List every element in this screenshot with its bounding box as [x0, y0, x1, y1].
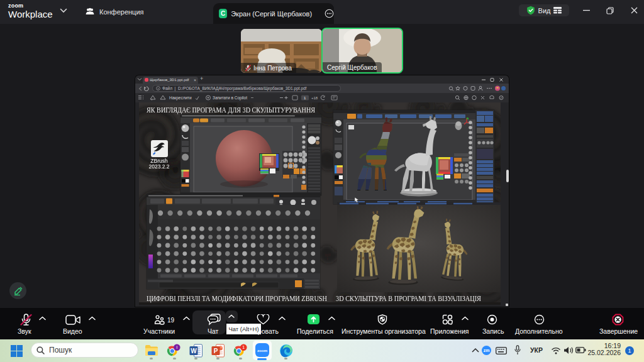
svg-text:ЦИФРОВІ ПЕНЗЛІ ТА МОДИФІКАТОРИ: ЦИФРОВІ ПЕНЗЛІ ТА МОДИФІКАТОРИ ПРОГРАМИ …	[147, 294, 327, 303]
svg-text:+18: +18	[311, 96, 318, 100]
svg-text:3D СКУЛЬПТУРА В ПРОГРАМІ ТА ВІ: 3D СКУЛЬПТУРА В ПРОГРАМІ ТА ВІЗУАЛІЗАЦІЯ	[336, 294, 481, 303]
svg-text:2023.2.2: 2023.2.2	[148, 163, 169, 170]
svg-text:1: 1	[242, 345, 245, 349]
svg-text:P: P	[214, 348, 218, 354]
svg-text:ЯК ВИГЛЯДАЄ ПРОГРАМА ДЛЯ 3D СК: ЯК ВИГЛЯДАЄ ПРОГРАМА ДЛЯ 3D СКУЛЬПТУРУВА…	[147, 106, 315, 114]
svg-text:Запитати в Copilot: Запитати в Copilot	[213, 96, 247, 101]
svg-text:Накреслити: Накреслити	[169, 96, 192, 101]
svg-text:W: W	[191, 348, 197, 354]
svg-text:zoom: zoom	[257, 348, 268, 353]
